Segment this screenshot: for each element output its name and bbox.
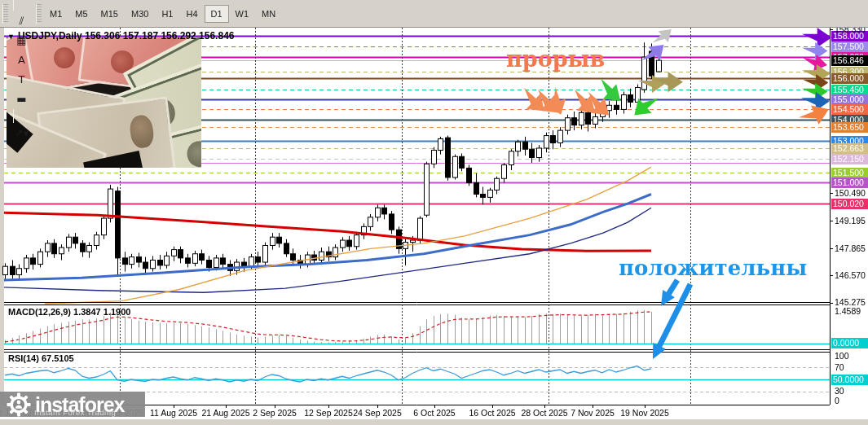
tool-shapes[interactable]: ▬ [11, 90, 33, 109]
timeframe-d1[interactable]: D1 [205, 5, 229, 23]
annotation-breakout: прорыв [506, 46, 605, 72]
timeframe-h4[interactable]: H4 [179, 5, 204, 23]
price-axis-label: 152.663 [831, 143, 868, 154]
timeframe-h1[interactable]: H1 [155, 5, 179, 23]
price-axis-tick: 0 [835, 396, 839, 406]
timeframe-mn[interactable]: MN [255, 5, 282, 23]
timeframe-m15[interactable]: M15 [95, 5, 125, 23]
timeframe-m30[interactable]: M30 [125, 5, 155, 23]
macd-label: MACD(12,26,9) 1.3847 1.1900 [8, 307, 130, 317]
price-axis-tick: 70 [835, 362, 844, 373]
date-axis-label: 6 Oct 2025 [403, 408, 465, 418]
rsi-label: RSI(14) 67.5105 [8, 353, 74, 363]
chart-title: ▼USDJPY,Daily 156.306 157.187 156.292 15… [7, 30, 234, 42]
price-axis-label: 150.020 [831, 199, 868, 209]
timeframe-m1[interactable]: M1 [43, 5, 68, 23]
toolbar-grip[interactable] [2, 4, 8, 24]
tool-text-label[interactable]: T [11, 70, 33, 90]
annotation-positive: положительны [619, 256, 807, 280]
tool-text[interactable]: A [11, 50, 33, 70]
price-axis-label: 156.846 [831, 55, 868, 66]
price-axis-label: 152.150 [831, 154, 868, 164]
toolbar-separator [13, 0, 14, 11]
price-axis-tick: 147.865 [835, 243, 866, 254]
price-axis-tick: 100 [835, 351, 849, 361]
instaforex-watermark: instaforex Instant Forex Trading [0, 392, 145, 417]
price-axis-tick: 146.570 [835, 270, 866, 281]
price-axis-label: 156.000 [831, 73, 868, 84]
toolbar-grip-2[interactable] [36, 4, 42, 24]
date-axis-label: 2 Sep 2025 [244, 408, 306, 418]
price-axis-tick: 149.195 [835, 216, 866, 226]
logo-tagline: Instant Forex Trading [34, 408, 116, 417]
price-axis-label: 153.650 [831, 122, 868, 133]
title-ohlc: 156.306 157.187 156.292 156.846 [85, 30, 235, 42]
date-axis-label: 19 Nov 2025 [614, 408, 676, 418]
price-axis-label: 151.000 [831, 177, 868, 188]
toolbar-separator [13, 109, 14, 123]
tool-arrows-tool[interactable]: ↗▾ [11, 124, 33, 143]
terminal-window: ↖+|—/⫽▦AT▬↗▾ M1M5M15M30H1H4D1W1MN ▼USDJP… [0, 0, 868, 425]
price-axis-label: 50.0000 [831, 375, 868, 385]
price-axis-tick: 1.4589 [835, 306, 861, 317]
date-axis-label: 24 Sep 2025 [346, 408, 408, 418]
price-axis-label: 154.500 [831, 104, 868, 115]
tool-equidistant-channel[interactable]: ⫽ [11, 11, 33, 31]
price-axis-tick: 150.490 [835, 188, 866, 199]
timeframe-m5[interactable]: M5 [68, 5, 94, 23]
price-axis-label: 157.500 [831, 42, 868, 52]
tool-fibonacci[interactable]: ▦ [11, 31, 33, 50]
instaforex-gear-icon [2, 392, 35, 417]
toolbar: ↖+|—/⫽▦AT▬↗▾ M1M5M15M30H1H4D1W1MN [0, 0, 868, 28]
timeframe-w1[interactable]: W1 [229, 5, 256, 23]
price-axis-label: 0.0000 [831, 338, 868, 348]
currency-banknotes-photo: 100 100 [7, 37, 201, 168]
